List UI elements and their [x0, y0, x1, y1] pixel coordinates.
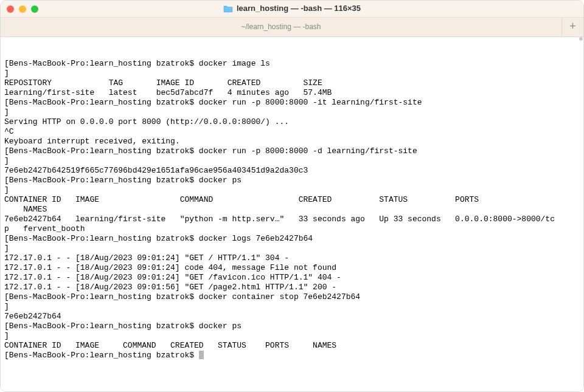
tabbar: ~/learn_hosting — -bash +: [1, 18, 583, 37]
terminal-content: [Bens-MacBook-Pro:learn_hosting bzatrok$…: [4, 59, 580, 360]
plus-icon: +: [569, 20, 576, 34]
terminal-window: learn_hosting — -bash — 116×35 ~/learn_h…: [0, 0, 584, 392]
terminal-body[interactable]: [Bens-MacBook-Pro:learn_hosting bzatrok$…: [1, 37, 583, 391]
tab-label: ~/learn_hosting — -bash: [241, 22, 321, 32]
close-button[interactable]: [7, 5, 14, 13]
scrollbar-track[interactable]: [579, 37, 583, 391]
maximize-button[interactable]: [31, 5, 38, 13]
add-tab-button[interactable]: +: [561, 18, 583, 36]
scrollbar-thumb[interactable]: [579, 37, 583, 41]
cursor: [199, 351, 204, 359]
window-title-text: learn_hosting — -bash — 116×35: [237, 4, 361, 14]
minimize-button[interactable]: [19, 5, 26, 13]
folder-icon: [223, 5, 233, 13]
window-title: learn_hosting — -bash — 116×35: [223, 4, 361, 14]
traffic-lights: [7, 5, 38, 13]
tab-active[interactable]: ~/learn_hosting — -bash: [1, 18, 561, 36]
titlebar[interactable]: learn_hosting — -bash — 116×35: [1, 1, 583, 18]
